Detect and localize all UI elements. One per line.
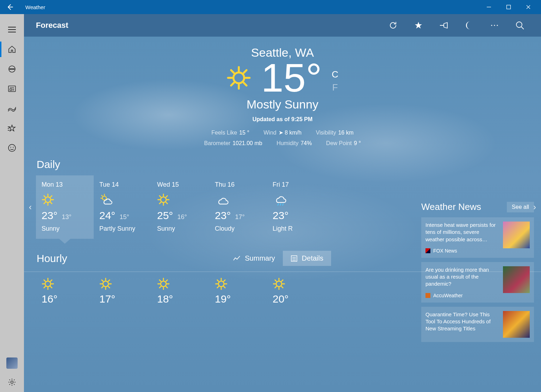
svg-rect-21 — [8, 86, 15, 92]
wind-icon: ➤ — [279, 130, 285, 136]
svg-point-29 — [8, 144, 15, 151]
wind-label: Wind — [263, 130, 276, 136]
summary-button[interactable]: Summary — [225, 251, 283, 266]
daily-day[interactable]: Wed 15 25°16° Sunny — [151, 175, 209, 239]
daily-cond: Sunny — [157, 225, 204, 232]
maximize-button[interactable] — [499, 0, 518, 14]
wind-value: 8 km/h — [285, 130, 301, 136]
sidebar-item-maps[interactable] — [0, 59, 24, 79]
favorite-button[interactable] — [406, 14, 431, 37]
svg-point-31 — [13, 147, 13, 148]
daily-date: Wed 15 — [157, 181, 204, 188]
hourly-temp: 19° — [215, 293, 268, 305]
daily-high: 25° — [157, 210, 173, 222]
barometer-label: Barometer — [204, 140, 230, 146]
sidebar-item-favorites[interactable] — [0, 118, 24, 138]
close-button[interactable] — [518, 0, 538, 14]
news-card[interactable]: Quarantine Time? Use This Tool To Access… — [421, 307, 534, 342]
news-headline: Are you drinking more than usual as a re… — [425, 266, 499, 288]
svg-point-30 — [10, 147, 11, 148]
daily-low: 17° — [235, 213, 244, 221]
news-source: FOX News — [433, 248, 457, 254]
hourly-temp: 18° — [157, 293, 210, 305]
unit-celsius[interactable]: C — [332, 69, 338, 80]
feels-like-label: Feels Like — [211, 130, 237, 136]
daily-date: Mon 13 — [42, 181, 88, 188]
news-source: AccuWeather — [433, 293, 463, 298]
source-icon — [425, 248, 430, 253]
current-condition: Mostly Sunny — [24, 98, 541, 111]
hourly-item[interactable]: 17° — [94, 278, 152, 305]
daily-date: Fri 17 — [273, 181, 319, 188]
more-button[interactable] — [482, 14, 507, 37]
titlebar: Weather — [0, 0, 541, 14]
user-avatar[interactable] — [6, 357, 18, 369]
news-thumb — [503, 311, 530, 338]
svg-point-36 — [516, 22, 522, 27]
source-icon — [425, 293, 430, 298]
daily-prev-button[interactable]: ‹ — [25, 175, 36, 239]
minimize-button[interactable] — [479, 0, 499, 14]
sun-icon — [273, 278, 325, 290]
details-button[interactable]: Details — [283, 251, 331, 266]
daily-day[interactable]: Tue 14 24°15° Partly Sunny — [94, 175, 151, 239]
hourly-item[interactable]: 16° — [37, 278, 94, 305]
news-card[interactable]: Intense heat wave persists for tens of m… — [421, 217, 534, 258]
partly-sunny-icon — [99, 193, 146, 206]
hourly-temp: 17° — [99, 293, 152, 305]
daily-day[interactable]: Mon 13 23°13° Sunny — [36, 175, 94, 239]
unit-fahrenheit[interactable]: F — [332, 82, 338, 93]
sidebar-item-historical[interactable] — [0, 99, 24, 118]
daily-cond: Cloudy — [215, 225, 261, 232]
daily-day[interactable]: Thu 16 23°17° Cloudy — [209, 175, 267, 239]
daily-cond: Light R — [273, 225, 319, 232]
refresh-button[interactable] — [380, 14, 406, 37]
humidity-value: 74% — [300, 140, 312, 146]
daily-day[interactable]: Fri 17 23° Light R — [267, 175, 325, 239]
rain-icon — [273, 193, 319, 206]
svg-point-33 — [491, 25, 492, 26]
pin-button[interactable] — [431, 14, 456, 37]
news-thumb — [503, 266, 530, 293]
see-all-button[interactable]: See all — [507, 202, 534, 212]
dewpoint-label: Dew Point — [326, 140, 352, 146]
current-temp: 15° — [261, 57, 322, 99]
settings-button[interactable] — [0, 372, 24, 392]
sun-icon — [215, 278, 268, 290]
search-button[interactable] — [507, 14, 533, 37]
dewpoint-value: 9 ° — [354, 140, 361, 146]
svg-point-35 — [497, 25, 498, 26]
sun-icon — [42, 193, 88, 206]
feels-like-value: 15 ° — [239, 130, 249, 136]
hero: Seattle, WA 15° C F Mostly Sunny Updated… — [24, 37, 541, 149]
daily-date: Thu 16 — [215, 181, 261, 188]
daily-cond: Partly Sunny — [99, 225, 146, 232]
hourly-item[interactable]: 19° — [210, 278, 268, 305]
daily-low: 15° — [119, 213, 129, 221]
toolbar: Forecast — [24, 14, 541, 37]
daily-high: 23° — [273, 210, 288, 222]
sun-icon — [157, 193, 204, 206]
sidebar-item-forecast[interactable] — [0, 39, 24, 59]
hamburger-button[interactable] — [0, 20, 24, 39]
daily-low: 13° — [62, 213, 71, 221]
hourly-item[interactable]: 18° — [152, 278, 210, 305]
back-button[interactable] — [3, 0, 17, 14]
moon-icon[interactable] — [456, 14, 482, 37]
hourly-item[interactable]: 20° — [268, 278, 325, 305]
news-column: Weather News See all Intense heat wave p… — [421, 201, 534, 346]
news-headline: Quarantine Time? Use This Tool To Access… — [425, 311, 499, 332]
sun-icon — [157, 278, 210, 290]
svg-point-34 — [494, 25, 495, 26]
sun-icon — [42, 278, 94, 290]
hourly-temp: 20° — [273, 293, 325, 305]
svg-line-37 — [521, 27, 524, 29]
news-card[interactable]: Are you drinking more than usual as a re… — [421, 262, 534, 303]
visibility-value: 16 km — [338, 130, 354, 136]
sidebar-item-news[interactable] — [0, 79, 24, 99]
sidebar-item-feedback[interactable] — [0, 138, 24, 158]
news-title: Weather News — [421, 201, 481, 212]
daily-title: Daily — [24, 158, 541, 170]
daily-high: 24° — [99, 210, 115, 222]
visibility-label: Visibility — [316, 130, 336, 136]
